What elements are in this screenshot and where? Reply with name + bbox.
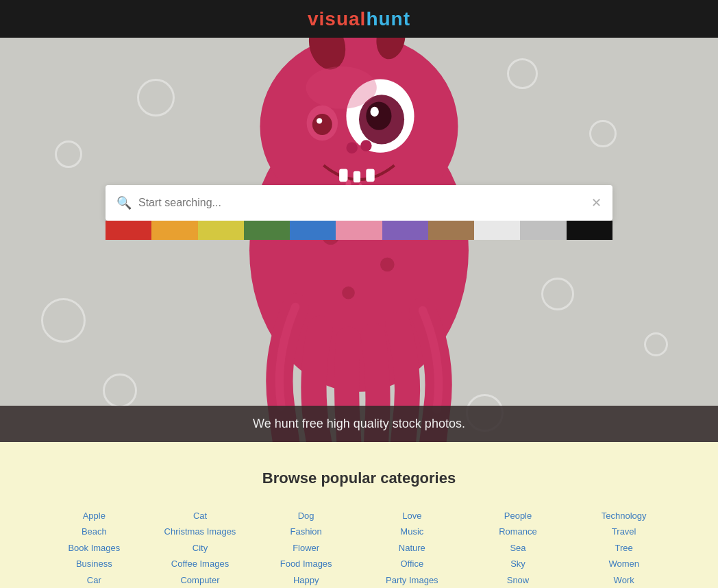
category-link[interactable]: Travel — [612, 526, 636, 537]
category-link[interactable]: Apple — [83, 511, 106, 521]
category-link[interactable]: Cat — [193, 511, 207, 521]
color-swatch-orange[interactable] — [151, 221, 197, 240]
bubble — [589, 120, 617, 147]
categories-section: Browse popular categories AppleBeachBook… — [0, 442, 718, 588]
category-link[interactable]: Party Images — [386, 575, 438, 585]
category-link[interactable]: Work — [614, 575, 634, 585]
hero-section: 🔍 ✕ We hunt free high quality stock phot… — [0, 38, 718, 442]
category-link[interactable]: Nature — [399, 543, 425, 553]
category-link[interactable]: Women — [608, 559, 639, 569]
category-column: DogFashionFlowerFood ImagesHappy — [253, 508, 359, 588]
color-swatch-light-gray[interactable] — [520, 221, 566, 240]
search-input[interactable] — [138, 197, 591, 209]
category-link[interactable]: Love — [402, 511, 421, 521]
color-swatch-black[interactable] — [567, 221, 612, 240]
clear-icon[interactable]: ✕ — [591, 195, 602, 210]
category-link[interactable]: Office — [400, 559, 423, 569]
logo-visual: visual — [308, 8, 366, 29]
category-link[interactable]: Happy — [293, 575, 319, 585]
categories-title: Browse popular categories — [41, 469, 677, 487]
color-swatch-blue[interactable] — [290, 221, 336, 240]
search-box[interactable]: 🔍 ✕ — [106, 185, 612, 221]
svg-point-22 — [306, 66, 377, 109]
color-swatch-purple[interactable] — [382, 221, 428, 240]
svg-rect-14 — [354, 171, 360, 183]
category-link[interactable]: Business — [76, 559, 112, 569]
svg-rect-15 — [366, 169, 374, 182]
tagline-bar: We hunt free high quality stock photos. — [0, 406, 718, 442]
color-swatch-white[interactable] — [474, 221, 520, 240]
svg-point-9 — [312, 114, 332, 135]
search-icon: 🔍 — [116, 195, 132, 210]
svg-point-12 — [360, 140, 372, 151]
category-link[interactable]: Book Images — [68, 543, 120, 553]
category-column: PeopleRomanceSeaSkySnow — [465, 508, 571, 588]
bubble — [137, 79, 175, 117]
svg-rect-13 — [339, 169, 347, 182]
category-link[interactable]: Computer — [180, 575, 219, 585]
color-swatch-brown[interactable] — [428, 221, 474, 240]
color-swatch-yellow[interactable] — [198, 221, 244, 240]
category-link[interactable]: Car — [87, 575, 101, 585]
bubble — [103, 373, 137, 408]
category-link[interactable]: Fashion — [290, 526, 322, 537]
header: visualhunt — [0, 0, 718, 38]
category-column: AppleBeachBook ImagesBusinessCar — [41, 508, 147, 588]
svg-point-20 — [342, 286, 355, 299]
color-swatches — [106, 221, 612, 240]
category-link[interactable]: Sea — [510, 543, 525, 553]
logo[interactable]: visualhunt — [308, 8, 410, 30]
category-link[interactable]: Dog — [298, 511, 314, 521]
svg-point-7 — [371, 107, 379, 117]
tagline-text: We hunt free high quality stock photos. — [253, 417, 465, 430]
bubble — [644, 332, 668, 356]
monster-illustration — [215, 38, 503, 442]
category-link[interactable]: Coffee Images — [171, 559, 229, 569]
color-swatch-pink[interactable] — [336, 221, 382, 240]
bubble — [41, 298, 86, 343]
logo-hunt: hunt — [366, 8, 410, 29]
category-column: CatChristmas ImagesCityCoffee ImagesComp… — [147, 508, 253, 588]
color-swatch-red[interactable] — [106, 221, 151, 240]
svg-point-11 — [346, 142, 358, 154]
category-link[interactable]: Tree — [615, 543, 633, 553]
category-link[interactable]: Snow — [507, 575, 530, 585]
svg-point-19 — [380, 258, 395, 272]
category-link[interactable]: Romance — [499, 526, 537, 537]
bubble — [507, 58, 538, 89]
category-link[interactable]: Beach — [82, 526, 107, 537]
svg-point-6 — [366, 102, 391, 130]
bubble — [541, 278, 574, 310]
category-link[interactable]: Sky — [510, 559, 525, 569]
category-link[interactable]: Food Images — [280, 559, 332, 569]
categories-title-bold: popular categories — [321, 469, 456, 487]
bubble — [55, 140, 82, 168]
category-link[interactable]: Technology — [602, 511, 647, 521]
categories-title-plain: Browse — [262, 469, 321, 487]
category-link[interactable]: Flower — [293, 543, 319, 553]
category-link[interactable]: People — [504, 511, 532, 521]
category-column: TechnologyTravelTreeWomenWork — [571, 508, 677, 588]
category-link[interactable]: City — [193, 543, 208, 553]
category-link[interactable]: Music — [400, 526, 423, 537]
color-swatch-green[interactable] — [244, 221, 290, 240]
search-area: 🔍 ✕ — [106, 185, 612, 240]
categories-grid: AppleBeachBook ImagesBusinessCarCatChris… — [41, 508, 677, 588]
category-column: LoveMusicNatureOfficeParty Images — [359, 508, 465, 588]
category-link[interactable]: Christmas Images — [164, 526, 236, 537]
svg-point-10 — [317, 118, 322, 123]
